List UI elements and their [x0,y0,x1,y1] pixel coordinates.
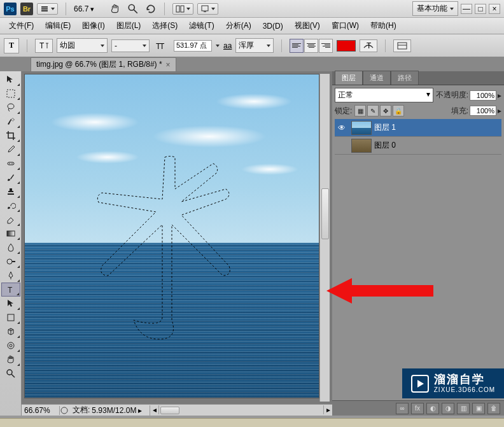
align-left-button[interactable] [290,39,304,53]
menu-file[interactable]: 文件(F) [4,18,39,33]
eyedropper-tool[interactable] [1,143,20,157]
dodge-tool[interactable] [1,255,20,269]
status-zoom[interactable]: 66.67% [22,406,60,415]
lock-label: 锁定: [335,106,352,116]
scrollbar-thumb[interactable] [321,188,329,239]
quick-select-tool[interactable] [1,115,20,129]
new-layer-icon[interactable]: ▣ [472,403,485,414]
svg-rect-18 [8,162,14,165]
brush-tool[interactable] [1,171,20,185]
lasso-tool[interactable] [1,101,20,115]
vertical-scrollbar[interactable] [319,74,330,402]
svg-rect-8 [204,11,206,12]
align-center-button[interactable] [304,39,318,53]
layer-row[interactable]: 👁 图层 1 [335,119,501,137]
blur-tool[interactable] [1,241,20,255]
layer-thumbnail[interactable] [351,139,372,153]
tab-channels[interactable]: 通道 [363,71,391,85]
crop-tool[interactable] [1,129,20,143]
launch-mini-bridge-dropdown[interactable] [37,3,58,15]
type-tool[interactable]: T [1,283,20,297]
menu-window[interactable]: 窗口(W) [326,18,364,33]
path-select-tool[interactable] [1,297,20,311]
layer-thumbnail[interactable] [351,121,372,135]
history-brush-tool[interactable] [1,199,20,213]
adjustment-layer-icon[interactable]: ◑ [442,403,454,414]
hand-tool[interactable] [1,353,20,367]
opacity-flyout-icon[interactable]: ▸ [498,91,501,100]
character-panel-toggle[interactable] [393,39,411,52]
menu-3d[interactable]: 3D(D) [258,20,288,32]
menu-image[interactable]: 图像(I) [77,18,109,33]
scroll-right-icon[interactable]: ▸ [323,405,332,414]
gradient-tool[interactable] [1,227,20,241]
close-tab-icon[interactable]: × [166,60,171,69]
layer-row[interactable]: 图层 0 [335,137,501,155]
menu-select[interactable]: 选择(S) [147,18,183,33]
stamp-tool[interactable] [1,185,20,199]
menu-analysis[interactable]: 分析(A) [221,18,256,33]
shape-tool[interactable] [1,311,20,325]
font-family-select[interactable]: 幼圆 [57,38,108,53]
healing-tool[interactable] [1,157,20,171]
scrollbar-thumb[interactable] [160,407,179,414]
lock-transparency-icon[interactable]: ▦ [354,105,366,116]
layer-name[interactable]: 图层 1 [374,122,396,133]
align-right-button[interactable] [319,39,333,53]
svg-text:T: T [39,41,45,50]
group-icon[interactable]: ▥ [457,403,470,414]
visibility-toggle-icon[interactable]: 👁 [335,123,349,132]
close-button[interactable]: × [489,4,500,14]
antialias-select[interactable]: 浑厚 [235,38,274,53]
layer-name[interactable]: 图层 0 [374,140,396,151]
zoom-icon[interactable] [127,3,139,15]
hand-icon[interactable] [109,3,121,15]
maximize-button[interactable]: □ [475,4,486,14]
horizontal-scrollbar[interactable]: ◂ ▸ [150,405,332,416]
font-size-input[interactable] [174,40,212,52]
rotate-view-icon[interactable] [145,3,157,15]
lock-pixels-icon[interactable]: ✎ [367,105,379,116]
arrange-documents-dropdown[interactable] [172,3,193,15]
menu-help[interactable]: 帮助(H) [365,18,402,33]
3d-tool[interactable] [1,325,20,339]
status-info-icon[interactable] [60,406,69,415]
tab-paths[interactable]: 路径 [391,71,419,85]
warp-text-button[interactable]: T [360,39,377,52]
zoom-level[interactable]: 66.7 ▾ [74,4,94,13]
lock-position-icon[interactable]: ✥ [380,105,391,116]
pen-tool[interactable] [1,269,20,283]
bridge-icon[interactable]: Br [20,3,33,15]
type-tool-indicator[interactable]: T [4,38,19,53]
svg-rect-7 [202,6,208,11]
zoom-tool[interactable] [1,367,20,381]
blend-mode-select[interactable]: 正常▾ [335,88,433,102]
font-style-select[interactable]: - [111,39,150,52]
status-menu-icon[interactable]: ▸ [138,406,142,415]
menu-layer[interactable]: 图层(L) [111,18,146,33]
screen-mode-dropdown[interactable] [197,3,218,15]
minimize-button[interactable]: — [461,4,472,14]
eraser-tool[interactable] [1,213,20,227]
move-tool[interactable] [1,73,20,87]
layer-style-icon[interactable]: fx [411,403,424,414]
document-canvas[interactable] [24,74,319,398]
3d-camera-tool[interactable] [1,339,20,353]
layer-mask-icon[interactable]: ◐ [426,403,439,414]
opacity-input[interactable] [470,90,496,101]
link-layers-icon[interactable]: ∞ [396,403,409,414]
menu-filter[interactable]: 滤镜(T) [184,18,219,33]
delete-layer-icon[interactable]: 🗑 [487,403,500,414]
document-tab[interactable]: timg.jpg @ 66.7% (图层 1, RGB/8#) * × [31,57,176,71]
workspace-selector[interactable]: 基本功能 [412,1,458,16]
menu-edit[interactable]: 编辑(E) [40,18,76,33]
marquee-tool[interactable] [1,87,20,101]
fill-flyout-icon[interactable]: ▸ [498,106,501,115]
menu-view[interactable]: 视图(V) [290,18,325,33]
text-color-swatch[interactable] [337,40,356,52]
text-orientation-toggle[interactable]: T [35,39,53,53]
fill-input[interactable] [470,106,496,116]
lock-all-icon[interactable]: 🔒 [393,105,404,116]
scroll-left-icon[interactable]: ◂ [150,405,159,414]
tab-layers[interactable]: 图层 [335,71,363,85]
